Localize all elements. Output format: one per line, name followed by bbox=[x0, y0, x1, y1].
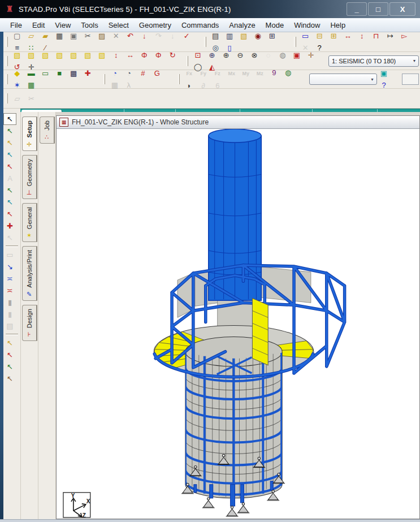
new-file[interactable]: ▢ bbox=[11, 30, 24, 42]
load-envelope[interactable]: ◍ bbox=[282, 67, 295, 79]
tab-general[interactable]: General✶ bbox=[22, 203, 37, 242]
orphan-beams-cursor[interactable]: ↖ bbox=[3, 361, 16, 373]
menu-view[interactable]: View bbox=[50, 20, 75, 31]
copy[interactable]: ▣ bbox=[67, 30, 80, 42]
load-values[interactable]: 9 bbox=[267, 67, 280, 79]
zoom-previous[interactable]: ◌ bbox=[262, 49, 275, 61]
toolbar-grip[interactable] bbox=[6, 93, 8, 103]
screen-display[interactable]: ▣ bbox=[378, 67, 391, 79]
blank-field[interactable] bbox=[402, 74, 419, 85]
angle-tool[interactable]: ◔ bbox=[108, 67, 121, 79]
menu-geometry[interactable]: Geometry bbox=[135, 20, 176, 31]
tab-analysis-print[interactable]: Analysis/Print✎ bbox=[22, 246, 37, 301]
menu-mode[interactable]: Mode bbox=[261, 20, 289, 31]
minimize-button[interactable]: _ bbox=[347, 2, 367, 16]
document-title-bar[interactable]: ▦ FH_001-VC_ZIK ENG(R-1) - Whole Structu… bbox=[57, 116, 419, 129]
menu-analyze[interactable]: Analyze bbox=[224, 20, 259, 31]
properties-cursor[interactable]: ↖ bbox=[3, 232, 16, 244]
load-case-selector[interactable]: 1: SEISMIC (0 TO 180) ▾ bbox=[328, 55, 419, 67]
menu-tools[interactable]: Tools bbox=[76, 20, 102, 31]
create-surface[interactable]: ▩ bbox=[67, 67, 80, 79]
rotate-z-ccw[interactable]: Φ bbox=[152, 49, 165, 61]
snap-node-beam[interactable]: ✚ bbox=[81, 67, 94, 79]
menu-edit[interactable]: Edit bbox=[28, 20, 49, 31]
cut[interactable]: ✂ bbox=[81, 30, 94, 42]
flag-tool[interactable]: ▮ bbox=[3, 296, 16, 308]
toolbar-grip[interactable] bbox=[178, 74, 180, 84]
surfaces-cursor[interactable]: ↖ bbox=[3, 149, 16, 161]
zoom-out[interactable]: ⊖ bbox=[233, 49, 246, 61]
toolbar-grip[interactable] bbox=[6, 37, 8, 47]
toolbar-grip[interactable] bbox=[103, 74, 106, 84]
measure-distance[interactable]: ↦ bbox=[384, 30, 397, 42]
animation[interactable]: ∂ bbox=[197, 80, 210, 92]
load-fx[interactable]: Fx bbox=[183, 68, 196, 80]
beam-dimension[interactable]: ↕ bbox=[356, 30, 369, 42]
image-capture[interactable]: ▭ bbox=[3, 249, 16, 261]
print-preview[interactable]: ▥ bbox=[223, 30, 236, 42]
print[interactable]: ▤ bbox=[209, 30, 222, 42]
zoom-extents[interactable]: ⊕ bbox=[205, 49, 218, 61]
redo-history[interactable]: ↓ bbox=[166, 30, 179, 42]
export-view[interactable]: ⊞ bbox=[266, 30, 279, 42]
view-right[interactable]: ▧ bbox=[81, 49, 94, 61]
parametric-models[interactable]: ✶ bbox=[11, 79, 24, 91]
connect-beams[interactable]: ▭ bbox=[39, 67, 52, 79]
missing-attribute-cursor[interactable]: ↖ bbox=[3, 349, 16, 361]
rotate-up[interactable]: ↕ bbox=[110, 49, 123, 61]
load-fy[interactable]: Fy bbox=[197, 68, 210, 80]
load-mx[interactable]: Mx bbox=[225, 68, 238, 80]
entity-query[interactable]: ▻ bbox=[398, 30, 411, 42]
result-case-selector[interactable]: ▾ bbox=[309, 74, 377, 85]
undo-history[interactable]: ↓ bbox=[138, 30, 151, 42]
load-cursor[interactable]: ↖ bbox=[3, 208, 16, 220]
run-analysis[interactable]: ✓ bbox=[180, 30, 193, 42]
close-file[interactable]: ▰ bbox=[39, 30, 52, 42]
toolbar-grip[interactable] bbox=[187, 56, 189, 66]
geometry-cursor[interactable]: ↖ bbox=[3, 184, 16, 196]
rotate-down[interactable]: ↔ bbox=[124, 49, 137, 61]
node-dimension[interactable]: ↔ bbox=[341, 30, 354, 42]
notes-tool[interactable]: ▤ bbox=[3, 320, 16, 332]
menu-select[interactable]: Select bbox=[104, 20, 133, 31]
solid-box-tool[interactable]: ▮ bbox=[3, 308, 16, 320]
add-beam[interactable]: ▬ bbox=[25, 67, 38, 79]
orphan-multi-cursor[interactable]: ↖ bbox=[3, 373, 16, 385]
cut-section[interactable]: ✂ bbox=[25, 93, 38, 105]
plate-dimension[interactable]: ⊓ bbox=[370, 30, 383, 42]
tab-geometry[interactable]: Geometry⊥ bbox=[22, 155, 37, 199]
delete[interactable]: ✕ bbox=[110, 30, 123, 42]
plates-cursor[interactable]: ↖ bbox=[3, 137, 16, 149]
zoom-next[interactable]: ◍ bbox=[276, 49, 289, 61]
section-cut[interactable]: ✕ bbox=[299, 42, 312, 54]
spin-cw[interactable]: ↻ bbox=[166, 49, 179, 61]
report-setup[interactable]: ▧ bbox=[237, 30, 250, 42]
view-bottom[interactable]: ▧ bbox=[96, 49, 109, 61]
view-back[interactable]: ▧ bbox=[53, 49, 66, 61]
slope-tool[interactable]: λ bbox=[122, 79, 135, 91]
rotate-geometry[interactable]: G bbox=[150, 67, 163, 79]
menu-window[interactable]: Window bbox=[289, 20, 324, 31]
setup-grid[interactable]: ▦ bbox=[25, 79, 38, 91]
toolbar-grip[interactable] bbox=[294, 37, 296, 47]
beams-cursor[interactable]: ↖ bbox=[3, 125, 16, 137]
axis-tool[interactable]: ◔ bbox=[122, 67, 135, 79]
load-my[interactable]: My bbox=[239, 68, 252, 80]
results-curve[interactable]: 6 bbox=[211, 80, 224, 92]
support-cursor[interactable]: ↖ bbox=[3, 196, 16, 208]
maximize-button[interactable]: □ bbox=[368, 2, 388, 16]
view-front[interactable]: ▧ bbox=[39, 49, 52, 61]
close-button[interactable]: X bbox=[389, 2, 415, 16]
section-profile-b[interactable]: ≍ bbox=[3, 284, 16, 296]
text-cursor[interactable]: A bbox=[3, 172, 16, 184]
add-node-tool[interactable]: ✚ bbox=[3, 220, 16, 232]
menu-commands[interactable]: Commands bbox=[177, 20, 223, 31]
save-picture[interactable]: ▱ bbox=[11, 93, 24, 105]
display-options[interactable]: ⊟ bbox=[313, 30, 326, 42]
display-whole-structure[interactable]: ⊡ bbox=[191, 49, 204, 61]
orphan-nodes-cursor[interactable]: ↖ bbox=[3, 337, 16, 349]
toolbar-grip[interactable] bbox=[6, 56, 8, 66]
section-profile-a[interactable]: ≍ bbox=[3, 273, 16, 284]
redo[interactable]: ↷ bbox=[152, 30, 165, 42]
insert-node[interactable]: ◆ bbox=[11, 67, 24, 79]
